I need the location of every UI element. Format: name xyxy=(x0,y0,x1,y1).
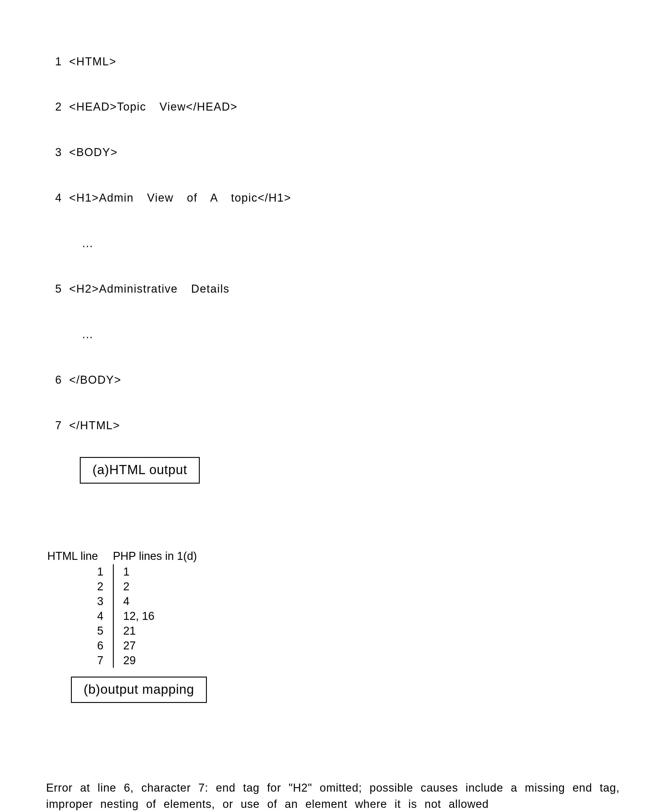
code-line: 7</HTML> xyxy=(41,418,623,433)
mapping-header-html: HTML line xyxy=(47,549,103,564)
code-line-ellipsis: ... xyxy=(41,236,623,251)
mapping-php-cell: 29 xyxy=(123,653,155,668)
mapping-html-cell: 6 xyxy=(47,638,103,653)
mapping-php-cell: 21 xyxy=(123,623,155,638)
mapping-php-cell: 4 xyxy=(123,594,155,609)
validator-error-line: Error at line 6, character 7: end tag fo… xyxy=(46,780,623,812)
caption-b: (b)output mapping xyxy=(71,677,207,703)
code-line: 5<H2>Administrative Details xyxy=(41,281,623,297)
mapping-html-cell: 4 xyxy=(47,609,103,623)
mapping-html-cell: 3 xyxy=(47,594,103,609)
validator-output: Error at line 6, character 7: end tag fo… xyxy=(46,780,623,812)
mapping-html-cell: 1 xyxy=(47,564,103,579)
mapping-php-cell: 12, 16 xyxy=(123,609,155,623)
mapping-html-cell: 5 xyxy=(47,623,103,638)
code-line: 1<HTML> xyxy=(41,54,623,69)
code-line-ellipsis: ... xyxy=(41,327,623,342)
code-line: 2<HEAD>Topic View</HEAD> xyxy=(41,99,623,114)
mapping-html-cell: 2 xyxy=(47,579,103,594)
caption-a: (a)HTML output xyxy=(80,457,200,483)
mapping-php-cell: 1 xyxy=(123,564,155,579)
mapping-php-cell: 27 xyxy=(123,638,155,653)
mapping-html-cell: 7 xyxy=(47,653,103,668)
mapping-php-cell: 2 xyxy=(123,579,155,594)
code-line: 4<H1>Admin View of A topic</H1> xyxy=(41,190,623,205)
html-output-code: 1<HTML> 2<HEAD>Topic View</HEAD> 3<BODY>… xyxy=(41,24,623,448)
code-line: 6</BODY> xyxy=(41,372,623,388)
mapping-header-php: PHP lines in 1(d) xyxy=(103,549,197,564)
code-line: 3<BODY> xyxy=(41,145,623,160)
output-mapping-table: HTML line PHP lines in 1(d) 1 2 3 4 5 6 … xyxy=(47,549,623,668)
